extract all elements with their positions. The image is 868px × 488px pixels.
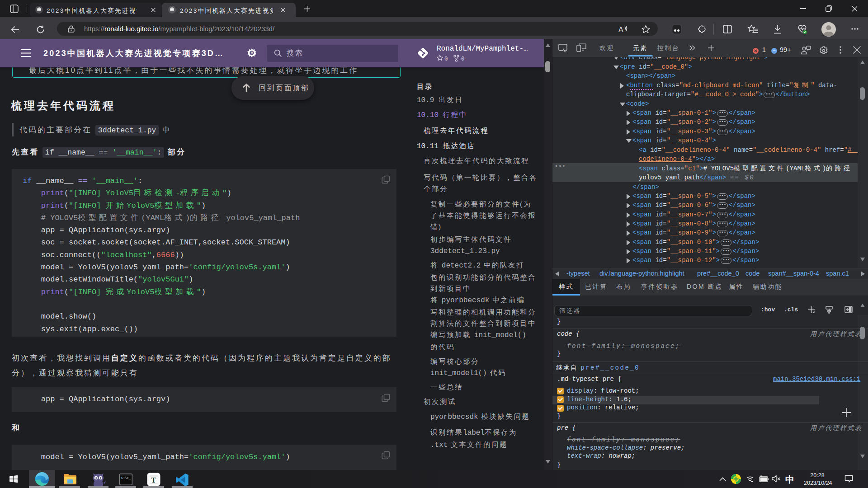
svg-text:A: A (250, 51, 254, 55)
svg-text:C:\>_: C:\>_ (121, 476, 131, 480)
svg-text:A: A (618, 26, 623, 33)
svg-text:0: 0 (461, 56, 465, 62)
svg-text:T: T (151, 476, 156, 484)
svg-text:0: 0 (444, 56, 448, 62)
